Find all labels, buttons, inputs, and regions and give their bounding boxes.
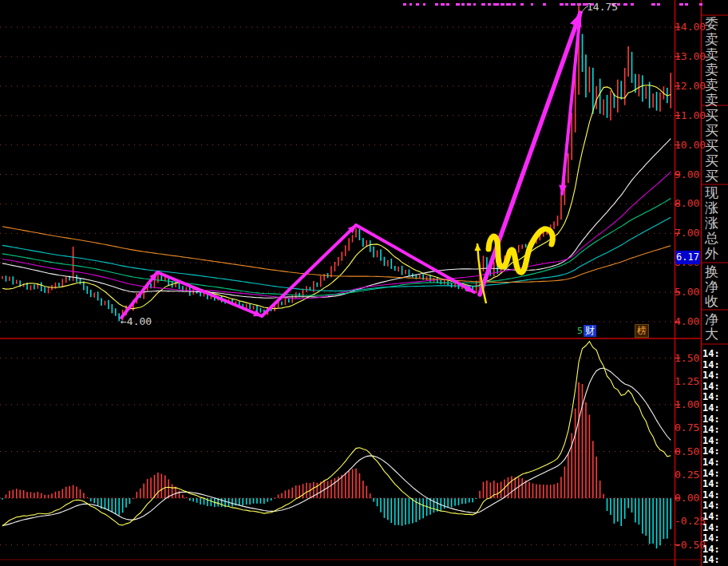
- macd-bar: [405, 498, 406, 524]
- macd-bar: [192, 498, 194, 501]
- candle: [73, 247, 74, 281]
- macd-bar: [472, 498, 473, 502]
- macd-bar: [172, 484, 173, 498]
- macd-bar: [370, 493, 371, 498]
- macd-bar: [384, 498, 386, 518]
- candle: [306, 286, 307, 292]
- macd-bar: [607, 498, 608, 511]
- candle: [34, 284, 35, 289]
- macd-tick-label: 0.75: [675, 422, 699, 433]
- candle: [380, 249, 382, 260]
- cai-tag-button[interactable]: 5 财: [577, 325, 596, 337]
- macd-bar: [316, 483, 318, 498]
- macd-bar: [433, 498, 435, 513]
- macd-bar: [19, 490, 21, 498]
- candlestick-macd-chart[interactable]: [0, 0, 728, 566]
- macd-bar: [553, 485, 555, 498]
- sidebar-field-label: 卖: [705, 77, 726, 93]
- candle: [44, 287, 46, 294]
- candle: [288, 299, 290, 303]
- macd-bar: [306, 483, 307, 498]
- macd-bar: [402, 498, 403, 526]
- candle: [249, 303, 251, 309]
- macd-bar: [334, 478, 336, 498]
- macd-bar: [550, 485, 552, 498]
- candle: [48, 287, 49, 294]
- macd-bar: [366, 486, 367, 499]
- macd-bar: [461, 498, 463, 504]
- candle: [112, 304, 113, 313]
- candle: [316, 283, 318, 287]
- macd-bar: [465, 498, 467, 504]
- signal-marker: [651, 3, 655, 6]
- macd-bar: [118, 498, 120, 516]
- bang-tag-button[interactable]: 榜: [635, 325, 649, 337]
- macd-bar: [93, 498, 95, 503]
- candle: [373, 247, 374, 258]
- macd-bar: [518, 477, 520, 498]
- signal-marker: [493, 3, 499, 6]
- macd-bar: [246, 498, 247, 505]
- macd-bar: [631, 498, 633, 513]
- sidebar-field-label: 换: [705, 264, 726, 279]
- tick-trade-time: 14:: [702, 349, 727, 359]
- macd-tick-label: 0.25: [675, 469, 699, 481]
- macd-bar: [614, 498, 615, 524]
- macd-bar: [511, 477, 512, 499]
- macd-bar: [582, 384, 584, 498]
- candle: [6, 275, 7, 281]
- bang-tag-label: 榜: [635, 324, 649, 338]
- macd-bar: [55, 492, 57, 498]
- macd-bar: [617, 498, 619, 521]
- candle: [659, 93, 661, 112]
- macd-bar: [26, 492, 28, 498]
- sidebar-field-label: 收: [705, 294, 726, 309]
- candle: [16, 280, 18, 284]
- macd-bar: [422, 498, 424, 518]
- macd-bar: [592, 441, 594, 498]
- candle: [9, 277, 10, 281]
- candle: [627, 46, 629, 77]
- macd-bar: [112, 498, 113, 513]
- macd-bar: [157, 473, 159, 498]
- signal-marker: [506, 3, 511, 6]
- cai-tag-label: 财: [584, 325, 596, 337]
- candle: [118, 313, 120, 321]
- macd-bar: [409, 498, 410, 524]
- candle: [41, 282, 42, 291]
- candle: [303, 289, 304, 298]
- candle: [652, 93, 654, 108]
- candle: [595, 86, 597, 109]
- macd-bar: [546, 485, 548, 498]
- tick-trade-time: 14:: [702, 544, 727, 555]
- macd-bar: [458, 498, 460, 505]
- ma-line-MA110: [2, 217, 671, 291]
- candle: [359, 229, 361, 240]
- candle: [620, 81, 622, 100]
- candle: [610, 91, 611, 121]
- macd-tick-label: -0.50: [675, 540, 699, 551]
- macd-bar: [659, 498, 661, 545]
- macd-bar: [179, 491, 180, 498]
- candle: [607, 95, 608, 118]
- sidebar-field-label: 买: [705, 108, 726, 123]
- signal-marker: [488, 3, 491, 6]
- macd-bar: [560, 477, 562, 498]
- candle: [585, 54, 587, 97]
- macd-bar: [303, 484, 304, 498]
- macd-bar: [663, 498, 665, 539]
- macd-tick-label: 1.00: [675, 399, 699, 410]
- macd-bar: [97, 498, 99, 506]
- macd-bar: [419, 498, 421, 520]
- candle: [642, 75, 643, 101]
- signal-marker: [403, 3, 406, 6]
- macd-bar: [500, 481, 502, 498]
- macd-bar: [649, 498, 651, 544]
- macd-bar: [394, 498, 396, 525]
- tick-trade-time: 14:: [702, 392, 727, 402]
- sidebar-field-label: 卖: [705, 93, 726, 108]
- macd-bar: [23, 490, 25, 498]
- candle: [560, 195, 562, 220]
- macd-bar: [9, 491, 10, 498]
- macd-bar: [182, 495, 184, 498]
